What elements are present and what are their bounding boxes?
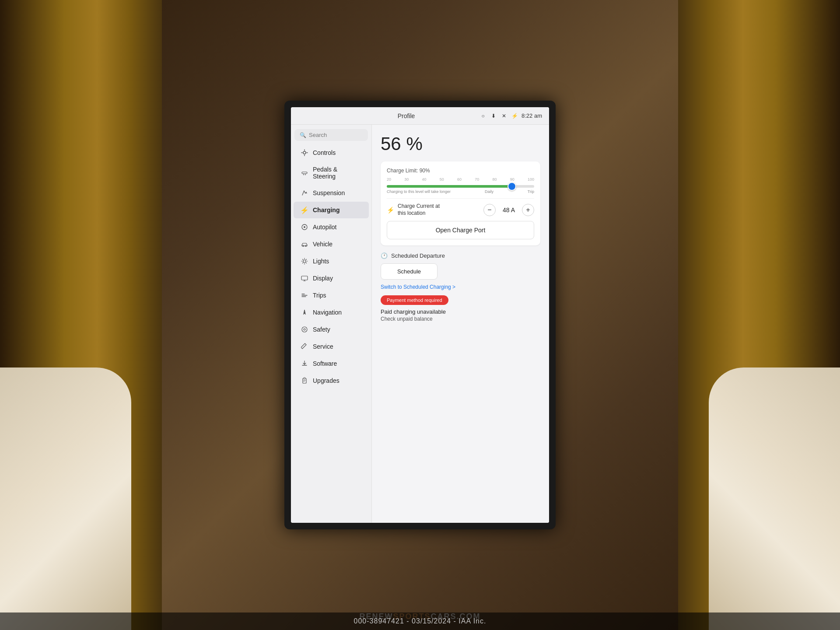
charge-current-left: ⚡ Charge Current atthis location xyxy=(387,203,440,217)
upgrades-label: Upgrades xyxy=(313,377,340,384)
lights-label: Lights xyxy=(313,258,329,265)
svg-rect-10 xyxy=(303,378,306,383)
search-input[interactable] xyxy=(309,132,363,138)
upgrades-icon xyxy=(301,377,308,385)
status-bar: Profile ○ ⬇ ✕ ⚡ 8:22 am xyxy=(291,107,549,125)
main-content: 🔍 Controls xyxy=(291,125,549,523)
lights-icon xyxy=(301,257,308,265)
trips-label: Trips xyxy=(313,292,326,299)
sidebar-item-charging[interactable]: ⚡ Charging xyxy=(294,202,369,218)
decrease-current-button[interactable]: − xyxy=(483,204,496,216)
sidebar-item-upgrades[interactable]: Upgrades xyxy=(294,372,369,389)
sidebar-item-software[interactable]: Software xyxy=(294,355,369,372)
navigation-icon xyxy=(301,308,308,316)
time-display: 8:22 am xyxy=(522,112,542,119)
charge-limit-label: Charge Limit: 90% xyxy=(387,168,534,174)
software-label: Software xyxy=(313,360,337,367)
slider-label-left: Charging to this level will take longer xyxy=(387,189,451,194)
status-bar-right: ○ ⬇ ✕ ⚡ 8:22 am xyxy=(480,112,542,119)
display-label: Display xyxy=(313,275,333,282)
sidebar: 🔍 Controls xyxy=(291,125,372,523)
schedule-button[interactable]: Schedule xyxy=(381,263,438,280)
charge-slider[interactable] xyxy=(387,185,534,188)
svg-rect-11 xyxy=(304,378,305,379)
svg-point-8 xyxy=(302,327,307,332)
safety-icon xyxy=(301,326,308,333)
switch-charging-link[interactable]: Switch to Scheduled Charging > xyxy=(381,284,540,290)
sidebar-item-autopilot[interactable]: Autopilot xyxy=(294,219,369,235)
suspension-icon xyxy=(301,189,308,197)
download-icon: ⬇ xyxy=(490,112,497,119)
seat-left xyxy=(0,368,131,630)
bolt-icon: ⚡ xyxy=(387,206,394,214)
increase-current-button[interactable]: + xyxy=(522,204,534,216)
pedals-label: Pedals & Steering xyxy=(313,166,362,180)
sidebar-item-controls[interactable]: Controls xyxy=(294,144,369,161)
search-bar[interactable]: 🔍 xyxy=(294,129,368,141)
signal-icon: ✕ xyxy=(500,112,508,119)
battery-percent: 56 % xyxy=(381,133,540,154)
paid-charging-text: Paid charging unavailable xyxy=(381,308,540,315)
sidebar-item-pedals[interactable]: Pedals & Steering xyxy=(294,161,369,184)
scheduled-departure-section: 🕐 Scheduled Departure Schedule Switch to… xyxy=(381,252,540,322)
svg-point-0 xyxy=(303,151,306,154)
charge-current-label: Charge Current atthis location xyxy=(398,203,440,217)
circle-icon: ○ xyxy=(480,112,486,119)
svg-rect-7 xyxy=(301,276,308,280)
autopilot-label: Autopilot xyxy=(313,224,336,231)
scheduled-departure-label: Scheduled Departure xyxy=(391,252,445,259)
sidebar-item-service[interactable]: Service xyxy=(294,338,369,355)
slider-label-right: Trip xyxy=(528,189,534,194)
screen: Profile ○ ⬇ ✕ ⚡ 8:22 am 🔍 xyxy=(291,107,549,523)
sidebar-item-trips[interactable]: Trips xyxy=(294,287,369,304)
charge-limit-card: Charge Limit: 90% 20 30 40 50 60 70 80 9… xyxy=(381,161,540,245)
screen-bezel: Profile ○ ⬇ ✕ ⚡ 8:22 am 🔍 xyxy=(284,101,556,529)
navigation-label: Navigation xyxy=(313,309,342,316)
content-area: 56 % Charge Limit: 90% 20 30 40 50 60 70 xyxy=(372,125,549,523)
seat-right xyxy=(709,368,840,630)
controls-label: Controls xyxy=(313,149,336,156)
suspension-label: Suspension xyxy=(313,189,345,196)
svg-point-6 xyxy=(303,260,306,262)
svg-point-9 xyxy=(304,329,305,330)
bottom-bar-text: 000-38947421 - 03/15/2024 - IAA Inc. xyxy=(354,617,486,625)
sidebar-item-display[interactable]: Display xyxy=(294,270,369,287)
current-controls: − 48 A + xyxy=(483,204,534,216)
sidebar-item-navigation[interactable]: Navigation xyxy=(294,304,369,321)
svg-point-3 xyxy=(304,226,305,228)
autopilot-icon xyxy=(301,223,308,231)
sidebar-item-safety[interactable]: Safety xyxy=(294,321,369,338)
bluetooth-icon: ⚡ xyxy=(511,112,518,119)
charge-current-row: ⚡ Charge Current atthis location − 48 A … xyxy=(387,198,534,217)
vehicle-label: Vehicle xyxy=(313,241,332,248)
sidebar-item-suspension[interactable]: Suspension xyxy=(294,185,369,201)
pedals-icon xyxy=(301,169,308,177)
slider-label-middle: Daily xyxy=(485,189,494,194)
safety-label: Safety xyxy=(313,326,330,333)
charging-label: Charging xyxy=(313,206,340,214)
sidebar-item-vehicle[interactable]: Vehicle xyxy=(294,236,369,252)
car-interior: Profile ○ ⬇ ✕ ⚡ 8:22 am 🔍 xyxy=(0,0,840,630)
search-icon: 🔍 xyxy=(300,132,306,138)
current-value: 48 A xyxy=(500,206,518,214)
sidebar-item-lights[interactable]: Lights xyxy=(294,253,369,270)
check-balance-text[interactable]: Check unpaid balance xyxy=(381,316,540,322)
clock-icon: 🕐 xyxy=(381,252,388,259)
profile-label: Profile xyxy=(398,112,415,119)
controls-icon xyxy=(301,149,308,157)
bottom-bar: 000-38947421 - 03/15/2024 - IAA Inc. xyxy=(0,612,840,630)
svg-rect-1 xyxy=(302,172,307,174)
service-label: Service xyxy=(313,343,333,350)
software-icon xyxy=(301,360,308,368)
service-icon xyxy=(301,343,308,350)
trips-icon xyxy=(301,291,308,299)
charging-icon: ⚡ xyxy=(301,206,308,214)
scheduled-departure-title: 🕐 Scheduled Departure xyxy=(381,252,540,259)
vehicle-icon xyxy=(301,240,308,248)
payment-required-badge[interactable]: Payment method required xyxy=(381,295,448,305)
display-icon xyxy=(301,274,308,282)
open-charge-port-button[interactable]: Open Charge Port xyxy=(387,221,534,239)
